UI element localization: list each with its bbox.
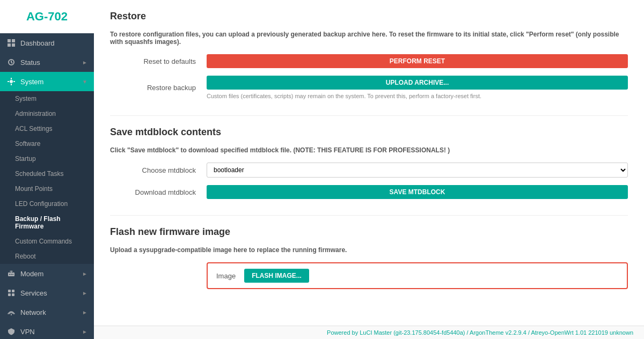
submenu-led-config[interactable]: LED Configuration — [0, 196, 94, 211]
flash-title: Flash new firmware image — [110, 226, 628, 241]
network-icon — [6, 307, 16, 317]
svg-point-14 — [11, 274, 12, 275]
mtdblock-select[interactable]: bootloader kernel rootfs rootfs_data — [207, 163, 628, 178]
services-label: Services — [20, 289, 82, 297]
system-icon — [6, 77, 16, 86]
sidebar-item-system[interactable]: System ▼ — [0, 72, 94, 91]
svg-point-7 — [10, 80, 13, 83]
mtdblock-title: Save mtdblock contents — [110, 127, 628, 141]
perform-reset-button[interactable]: PERFORM RESET — [207, 54, 628, 68]
content-area: Restore To restore configuration files, … — [94, 0, 644, 326]
restore-section: Restore To restore configuration files, … — [110, 11, 628, 99]
submenu-reboot[interactable]: Reboot — [0, 249, 94, 264]
reset-label: Reset to defaults — [110, 57, 207, 65]
dashboard-label: Dashboard — [20, 39, 87, 47]
submenu-administration[interactable]: Administration — [0, 106, 94, 121]
svg-rect-22 — [12, 293, 14, 296]
submenu-software[interactable]: Software — [0, 136, 94, 151]
status-label: Status — [20, 58, 82, 67]
svg-rect-19 — [8, 290, 11, 292]
download-mtdblock-label: Download mtdblock — [110, 188, 207, 196]
svg-rect-0 — [8, 39, 11, 42]
mtdblock-section: Save mtdblock contents Click "Save mtdbl… — [110, 127, 628, 199]
main-content: Restore To restore configuration files, … — [94, 0, 644, 339]
submenu-backup-flash[interactable]: Backup / Flash Firmware — [0, 211, 94, 234]
svg-point-15 — [12, 274, 13, 275]
svg-rect-10 — [8, 81, 9, 82]
modem-chevron: ► — [82, 271, 87, 277]
flash-image-row: Image FLASH IMAGE... — [110, 262, 628, 289]
status-icon — [6, 57, 16, 67]
choose-mtdblock-row: Choose mtdblock bootloader kernel rootfs… — [110, 163, 628, 178]
dashboard-icon — [6, 38, 16, 48]
svg-rect-2 — [8, 43, 11, 47]
choose-mtdblock-control: bootloader kernel rootfs rootfs_data — [207, 163, 628, 178]
save-mtdblock-button[interactable]: SAVE MTDBLOCK — [207, 185, 628, 199]
upload-archive-button[interactable]: UPLOAD ARCHIVE... — [207, 76, 628, 90]
submenu-mount-points[interactable]: Mount Points — [0, 181, 94, 196]
status-chevron: ► — [82, 60, 87, 65]
app-logo: AG-702 — [0, 0, 94, 33]
system-label: System — [20, 78, 82, 86]
divider-1 — [110, 115, 628, 116]
submenu-scheduled-tasks[interactable]: Scheduled Tasks — [0, 166, 94, 181]
download-mtdblock-control: SAVE MTDBLOCK — [207, 185, 628, 199]
backup-control: UPLOAD ARCHIVE... Custom files (certific… — [207, 76, 628, 99]
image-label: Image — [216, 272, 236, 280]
vpn-chevron: ► — [82, 329, 87, 335]
download-mtdblock-row: Download mtdblock SAVE MTDBLOCK — [110, 185, 628, 199]
backup-note: Custom files (certificates, scripts) may… — [207, 93, 628, 99]
submenu-acl-settings[interactable]: ACL Settings — [0, 121, 94, 136]
flash-image-box: Image FLASH IMAGE... — [207, 262, 628, 289]
services-chevron: ► — [82, 290, 87, 296]
divider-2 — [110, 215, 628, 216]
svg-rect-11 — [13, 81, 15, 82]
svg-rect-21 — [8, 293, 11, 296]
system-chevron: ▼ — [82, 79, 87, 85]
choose-mtdblock-label: Choose mtdblock — [110, 166, 207, 174]
flash-image-control: Image FLASH IMAGE... — [207, 262, 628, 289]
svg-rect-8 — [11, 78, 12, 79]
submenu-custom-commands[interactable]: Custom Commands — [0, 234, 94, 249]
flash-description: Upload a sysupgrade-compatible image her… — [110, 246, 628, 254]
backup-row: Restore backup UPLOAD ARCHIVE... Custom … — [110, 76, 628, 99]
vpn-icon — [6, 327, 16, 336]
svg-rect-1 — [12, 39, 15, 42]
backup-label: Restore backup — [110, 84, 207, 92]
network-chevron: ► — [82, 309, 87, 315]
sidebar-item-status[interactable]: Status ► — [0, 53, 94, 72]
svg-line-6 — [11, 62, 12, 63]
modem-label: Modem — [20, 270, 82, 278]
svg-rect-3 — [12, 43, 15, 47]
reset-control: PERFORM RESET — [207, 54, 628, 68]
svg-rect-9 — [11, 84, 12, 85]
svg-point-13 — [9, 274, 10, 275]
mtdblock-description: Click "Save mtdblock" to download specif… — [110, 146, 628, 154]
modem-icon — [6, 269, 16, 278]
flash-firmware-section: Flash new firmware image Upload a sysupg… — [110, 226, 628, 289]
restore-description: To restore configuration files, you can … — [110, 31, 628, 46]
sidebar-item-network[interactable]: Network ► — [0, 303, 94, 322]
system-submenu: System Administration ACL Settings Softw… — [0, 91, 94, 264]
submenu-system[interactable]: System — [0, 91, 94, 106]
svg-rect-20 — [12, 290, 14, 292]
sidebar-item-dashboard[interactable]: Dashboard — [0, 33, 94, 53]
sidebar-item-vpn[interactable]: VPN ► — [0, 322, 94, 339]
sidebar-item-modem[interactable]: Modem ► — [0, 264, 94, 283]
vpn-label: VPN — [20, 328, 82, 336]
sidebar-item-services[interactable]: Services ► — [0, 283, 94, 303]
network-label: Network — [20, 308, 82, 316]
footer-text: Powered by LuCI Master (git-23.175.80454… — [327, 329, 633, 336]
flash-image-button[interactable]: FLASH IMAGE... — [244, 269, 309, 283]
sidebar: AG-702 Dashboard Sta — [0, 0, 94, 339]
footer: Powered by LuCI Master (git-23.175.80454… — [94, 326, 644, 339]
services-icon — [6, 288, 16, 298]
restore-title: Restore — [110, 11, 628, 25]
reset-row: Reset to defaults PERFORM RESET — [110, 54, 628, 68]
submenu-startup[interactable]: Startup — [0, 151, 94, 166]
